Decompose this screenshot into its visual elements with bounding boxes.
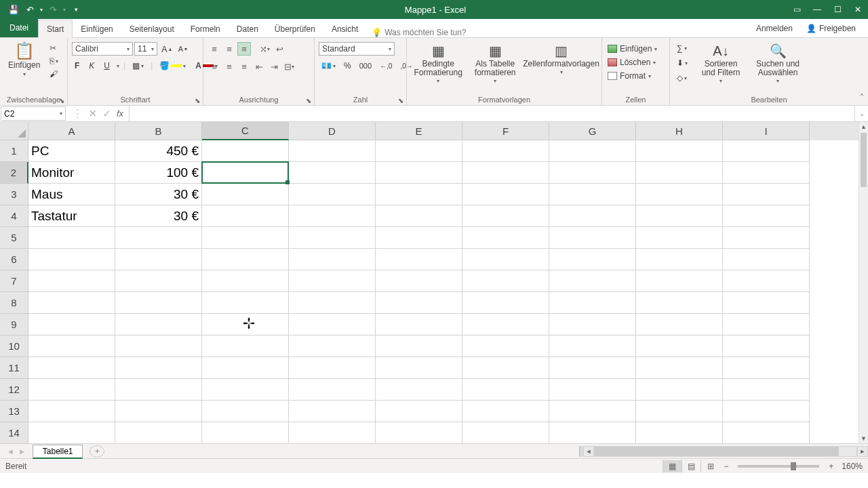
cell-F14[interactable]	[462, 422, 549, 444]
cell-A6[interactable]	[28, 249, 115, 270]
tab-review[interactable]: Überprüfen	[267, 20, 323, 37]
cell-A13[interactable]	[28, 401, 115, 422]
cell-H3[interactable]	[636, 184, 723, 205]
redo-icon[interactable]: ↷	[45, 1, 61, 18]
cell-D10[interactable]	[289, 336, 376, 357]
ribbon-display-options-icon[interactable]: ▭	[787, 0, 807, 19]
percent-button[interactable]: %	[341, 60, 354, 72]
name-box[interactable]: C2▾	[1, 106, 66, 121]
tab-insert[interactable]: Einfügen	[73, 20, 121, 37]
row-header-13[interactable]: 13	[0, 401, 28, 422]
number-format-select[interactable]: Standard▾	[319, 42, 395, 56]
cell-D12[interactable]	[289, 379, 376, 401]
merge-button[interactable]: ⊟▾	[282, 60, 296, 73]
tab-home[interactable]: Start	[38, 20, 73, 38]
cell-I5[interactable]	[723, 227, 810, 249]
row-headers[interactable]: 1234567891011121314	[0, 140, 28, 443]
cell-G7[interactable]	[549, 270, 636, 292]
column-headers[interactable]: ABCDEFGHI	[28, 122, 859, 140]
cell-C9[interactable]	[202, 314, 289, 336]
column-header-F[interactable]: F	[462, 122, 549, 140]
cell-C6[interactable]	[202, 249, 289, 270]
cell-D8[interactable]	[289, 292, 376, 314]
qat-customize[interactable]: ▾	[68, 1, 84, 18]
cell-G11[interactable]	[549, 357, 636, 379]
cell-B4[interactable]: 30 €	[115, 205, 202, 227]
cell-G1[interactable]	[549, 140, 636, 162]
cell-G3[interactable]	[549, 184, 636, 205]
thousands-button[interactable]: 000	[357, 60, 374, 71]
cell-F4[interactable]	[462, 205, 549, 227]
row-header-10[interactable]: 10	[0, 336, 28, 357]
cell-F7[interactable]	[462, 270, 549, 292]
cell-H6[interactable]	[636, 249, 723, 270]
cell-H7[interactable]	[636, 270, 723, 292]
tab-file[interactable]: Datei	[0, 19, 38, 37]
row-header-12[interactable]: 12	[0, 379, 28, 401]
cell-C14[interactable]	[202, 422, 289, 444]
tab-pagelayout[interactable]: Seitenlayout	[121, 20, 182, 37]
fill-color-button[interactable]: 🪣▾	[157, 60, 189, 72]
zoom-in-button[interactable]: +	[825, 462, 837, 471]
zoom-level[interactable]: 160%	[842, 462, 863, 471]
cell-E3[interactable]	[376, 184, 462, 205]
cell-A14[interactable]	[28, 422, 115, 444]
expand-formula-bar-icon[interactable]: ⌄	[854, 106, 868, 121]
cell-D4[interactable]	[289, 205, 376, 227]
row-header-1[interactable]: 1	[0, 140, 28, 162]
find-select-button[interactable]: 🔍 Suchen und Auswählen▾	[751, 42, 804, 86]
row-header-2[interactable]: 2	[0, 162, 28, 184]
increase-indent-button[interactable]: ⇥	[267, 60, 281, 73]
font-dialog-launcher[interactable]: ⬊	[195, 97, 201, 104]
cell-G10[interactable]	[549, 336, 636, 357]
cell-B13[interactable]	[115, 401, 202, 422]
row-header-11[interactable]: 11	[0, 357, 28, 379]
cell-D11[interactable]	[289, 357, 376, 379]
page-layout-view-button[interactable]: ▤	[682, 460, 701, 472]
cell-C10[interactable]	[202, 336, 289, 357]
cell-E8[interactable]	[376, 292, 462, 314]
cell-B3[interactable]: 30 €	[115, 184, 202, 205]
cell-E9[interactable]	[376, 314, 462, 336]
cell-B8[interactable]	[115, 292, 202, 314]
clear-button[interactable]: ◇▾	[674, 72, 690, 84]
scroll-right-icon[interactable]: ►	[857, 446, 868, 457]
align-top-button[interactable]: ≡	[208, 42, 221, 56]
cell-D13[interactable]	[289, 401, 376, 422]
undo-icon[interactable]: ↶	[22, 1, 38, 18]
cell-D1[interactable]	[289, 140, 376, 162]
cell-I1[interactable]	[723, 140, 810, 162]
hscroll-track[interactable]	[594, 446, 857, 457]
cell-G4[interactable]	[549, 205, 636, 227]
font-name-select[interactable]: Calibri▾	[72, 42, 133, 56]
cell-I10[interactable]	[723, 336, 810, 357]
row-header-7[interactable]: 7	[0, 270, 28, 292]
cell-F11[interactable]	[462, 357, 549, 379]
cancel-formula-icon[interactable]: ✕	[88, 107, 97, 120]
format-painter-button[interactable]: 🖌	[47, 68, 61, 80]
row-header-6[interactable]: 6	[0, 249, 28, 270]
scroll-up-icon[interactable]: ▲	[859, 122, 868, 131]
wrap-text-button[interactable]: ↩	[273, 42, 286, 56]
increase-decimal-button[interactable]: ←,0	[377, 61, 395, 71]
cell-D6[interactable]	[289, 249, 376, 270]
cell-H9[interactable]	[636, 314, 723, 336]
horizontal-scrollbar[interactable]: ◄ ►	[579, 446, 868, 457]
number-dialog-launcher[interactable]: ⬊	[398, 97, 405, 104]
cell-E11[interactable]	[376, 357, 462, 379]
align-bottom-button[interactable]: ≡	[237, 42, 251, 56]
cell-I9[interactable]	[723, 314, 810, 336]
cell-D7[interactable]	[289, 270, 376, 292]
sheet-nav-prev-icon[interactable]: ◄	[7, 447, 14, 455]
cell-F1[interactable]	[462, 140, 549, 162]
maximize-icon[interactable]: ☐	[827, 0, 848, 19]
align-left-button[interactable]: ≡	[208, 60, 221, 73]
minimize-icon[interactable]: —	[807, 0, 827, 19]
cell-styles-button[interactable]: ▥ Zellenformatvorlagen▾	[524, 42, 599, 77]
enter-formula-icon[interactable]: ✓	[102, 107, 111, 120]
cell-A10[interactable]	[28, 336, 115, 357]
cell-G13[interactable]	[549, 401, 636, 422]
delete-cells-button[interactable]: Löschen▾	[606, 57, 657, 68]
insert-cells-button[interactable]: Einfügen▾	[606, 43, 658, 54]
cell-H4[interactable]	[636, 205, 723, 227]
